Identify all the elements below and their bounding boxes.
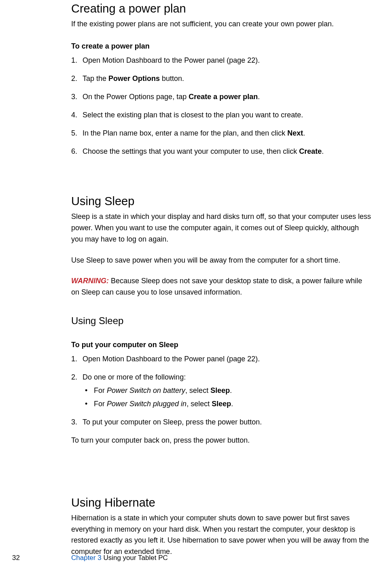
sleep-intro: Sleep is a state in which your display a… — [71, 211, 372, 245]
step-2: Tap the Power Options button. — [71, 73, 372, 84]
warning-label: WARNING: — [71, 277, 109, 285]
subheading-using-sleep: Using Sleep — [71, 314, 372, 328]
bullet-2: For Power Switch plugged in, select Slee… — [83, 399, 372, 409]
sleep-body: Use Sleep to save power when you will be… — [71, 255, 372, 266]
chapter-label: Chapter 3 — [71, 554, 103, 562]
heading-using-hibernate: Using Hibernate — [71, 494, 372, 512]
sleep-step-3: To put your computer on Sleep, press the… — [71, 417, 372, 428]
bullet-list: For Power Switch on battery, select Slee… — [83, 385, 372, 409]
bullet-1: For Power Switch on battery, select Slee… — [83, 385, 372, 396]
sleep-step-2: Do one or more of the following: For Pow… — [71, 372, 372, 409]
procedure-title: To create a power plan — [71, 41, 372, 52]
step-6: Choose the settings that you want your c… — [71, 146, 372, 157]
page-footer: 32Chapter 3 Using your Tablet PC — [0, 553, 392, 563]
step-3: On the Power Options page, tap Create a … — [71, 91, 372, 102]
procedure-list-sleep: Open Motion Dashboard to the Power panel… — [71, 354, 372, 428]
sleep-after: To turn your computer back on, press the… — [71, 435, 372, 446]
chapter-title: Using your Tablet PC — [103, 554, 167, 562]
step-5: In the Plan name box, enter a name for t… — [71, 128, 372, 139]
heading-creating-power-plan: Creating a power plan — [71, 0, 372, 18]
step-4: Select the existing plan that is closest… — [71, 110, 372, 121]
step-1: Open Motion Dashboard to the Power panel… — [71, 55, 372, 66]
page-number: 32 — [12, 553, 71, 563]
hibernate-intro: Hibernation is a state in which your com… — [71, 513, 372, 558]
procedure-title-sleep: To put your computer on Sleep — [71, 339, 372, 350]
page-content: Creating a power plan If the existing po… — [0, 0, 392, 558]
procedure-list: Open Motion Dashboard to the Power panel… — [71, 55, 372, 157]
sleep-step-1: Open Motion Dashboard to the Power panel… — [71, 354, 372, 365]
intro-paragraph: If the existing power plans are not suff… — [71, 19, 372, 30]
warning-paragraph: WARNING: Because Sleep does not save you… — [71, 276, 372, 298]
heading-using-sleep: Using Sleep — [71, 193, 372, 210]
